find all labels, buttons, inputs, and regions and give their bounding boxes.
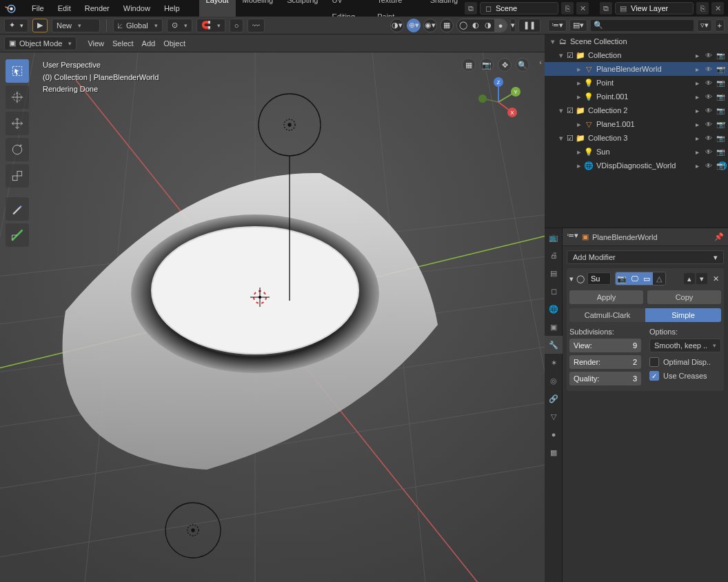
workspace-dropdown[interactable]: New [52, 19, 100, 32]
render-tab-icon[interactable]: 📺 [545, 228, 563, 246]
modemenu-add[interactable]: Add [138, 39, 160, 48]
menu-file[interactable]: File [25, 4, 51, 12]
scene-browse-icon[interactable]: ⧉ [465, 2, 477, 14]
render-toggle-icon[interactable]: 📷 [716, 107, 725, 114]
material-tab-icon[interactable]: ● [545, 425, 563, 443]
twisty-icon[interactable]: ▸ [575, 148, 583, 157]
shading-popover-icon[interactable]: ▾ [510, 19, 516, 32]
collection-enable-checkbox[interactable]: ☑ [565, 51, 575, 60]
hide-toggle-icon[interactable]: 👁 [704, 148, 714, 156]
twisty-icon[interactable]: ▸ [575, 65, 583, 74]
modifier-name-input[interactable] [591, 274, 607, 283]
orientation-dropdown[interactable]: ⟀Global [113, 19, 163, 32]
catmull-clark-option[interactable]: Catmull-Clark [569, 308, 645, 322]
modifier-move-down-icon[interactable]: ▾ [696, 273, 707, 284]
hide-toggle-icon[interactable]: 👁 [704, 121, 714, 128]
wireframe-mode-icon[interactable]: ◯ [457, 19, 469, 32]
selectable-toggle-icon[interactable]: ▸ [692, 52, 702, 59]
constraints-tab-icon[interactable]: 🔗 [545, 390, 563, 408]
hide-toggle-icon[interactable]: 👁 [704, 52, 714, 59]
selectable-toggle-icon[interactable]: ▸ [692, 148, 702, 156]
pause-render-icon[interactable]: ❚❚ [518, 19, 540, 32]
selectable-toggle-icon[interactable]: ▸ [692, 162, 702, 170]
collection-enable-checkbox[interactable]: ☑ [565, 134, 575, 143]
panel-collapse-icon[interactable]: ▾ [569, 274, 574, 283]
menu-render[interactable]: Render [78, 4, 117, 12]
selectable-toggle-icon[interactable]: ▸ [692, 79, 702, 87]
object-tab-icon[interactable]: ▣ [545, 318, 563, 336]
particles-tab-icon[interactable]: ✶ [545, 354, 563, 372]
move-tool-icon[interactable] [6, 112, 29, 135]
outliner-collection[interactable]: ▾☑📁Collection 2▸👁📷 [545, 103, 728, 117]
layer-new-icon[interactable]: ⎘ [696, 2, 709, 14]
uv-smooth-dropdown[interactable]: Smooth, keep .. [649, 339, 721, 352]
render-toggle-icon[interactable]: 📷 [716, 148, 725, 156]
rendered-mode-icon[interactable]: ● [494, 19, 507, 32]
scene-name-field[interactable]: ◻ [480, 2, 558, 14]
outliner-filter-icon[interactable]: ▿▾ [697, 19, 712, 32]
twisty-icon[interactable]: ▸ [575, 161, 583, 170]
axis-gizmo[interactable]: Z Y X [473, 77, 524, 128]
outliner-new-collection-icon[interactable]: + [715, 19, 725, 32]
snap-dropdown[interactable]: 🧲 [196, 19, 225, 32]
twisty-icon[interactable]: ▸ [575, 120, 583, 129]
outliner-collection[interactable]: ▾☑📁Collection▸👁📷 [545, 48, 728, 62]
hide-toggle-icon[interactable]: 👁 [704, 66, 714, 73]
hide-toggle-icon[interactable]: 👁 [704, 79, 714, 87]
hide-toggle-icon[interactable]: 👁 [704, 162, 714, 170]
pivot-dropdown[interactable]: ⊙ [167, 19, 192, 32]
sidebar-toggle-chevron-icon[interactable]: ‹ [539, 58, 542, 66]
render-subdiv-field[interactable]: Render:2 [569, 355, 641, 369]
output-tab-icon[interactable]: 🖨 [545, 246, 563, 264]
quality-field[interactable]: Quality:3 [569, 372, 641, 385]
cursor-tool-icon[interactable]: ▶ [32, 19, 48, 32]
scene-new-icon[interactable]: ⎘ [561, 2, 574, 14]
measure-tool-icon[interactable] [6, 223, 29, 247]
use-creases-checkbox[interactable]: ✓ [649, 371, 659, 381]
mod-realtime-icon[interactable]: 🖵 [628, 272, 640, 285]
optimal-display-checkbox[interactable] [649, 357, 659, 367]
hide-toggle-icon[interactable]: 👁 [704, 134, 714, 142]
pin-icon[interactable]: 📌 [714, 232, 724, 241]
world-tab-icon[interactable]: 🌐 [545, 300, 563, 318]
physics-tab-icon[interactable]: ◎ [545, 372, 563, 390]
pan-view-icon[interactable]: ✥ [498, 58, 512, 72]
outliner-item[interactable]: ▸▽PlaneBlenderWorld▽▸👁📷 [545, 62, 728, 76]
render-toggle-icon[interactable]: 📷 [716, 52, 725, 59]
outliner-collection[interactable]: ▾☑📁Collection 3▸👁📷 [545, 131, 728, 145]
viewlayer-tab-icon[interactable]: ▤ [545, 264, 563, 282]
scene-name-input[interactable] [496, 3, 555, 13]
render-toggle-icon[interactable]: 📷 [716, 121, 725, 128]
viewlayer-name-input[interactable] [631, 3, 690, 13]
render-toggle-icon[interactable]: 📷 [716, 79, 725, 87]
outliner-item[interactable]: ▸💡Point☀▸👁📷 [545, 76, 728, 90]
apply-button[interactable]: Apply [569, 290, 643, 304]
render-toggle-icon[interactable]: 📷 [716, 93, 725, 101]
menu-help[interactable]: Help [157, 4, 187, 12]
matprev-mode-icon[interactable]: ◑ [482, 19, 494, 32]
outliner-item[interactable]: ▸💡Sun☀▸👁📷 [545, 145, 728, 159]
annotate-tool-icon[interactable] [6, 197, 29, 221]
mesh-tab-icon[interactable]: ▽ [545, 408, 563, 425]
3d-viewport[interactable]: User Perspective (0) Collection | PlaneB… [0, 52, 545, 582]
simple-option[interactable]: Simple [645, 308, 721, 322]
view-subdiv-field[interactable]: View:9 [569, 339, 641, 352]
props-editor-type-icon[interactable]: ≔▾ [567, 231, 578, 243]
twisty-icon[interactable]: ▾ [557, 106, 565, 115]
outliner-item[interactable]: ▸🌐VDispDiagnostic_World🌐▸👁📷 [545, 159, 728, 172]
twisty-icon[interactable]: ▾ [557, 134, 565, 143]
modifier-tab-icon[interactable]: 🔧 [545, 336, 563, 354]
solid-mode-icon[interactable]: ◐ [469, 19, 482, 32]
layer-delete-icon[interactable]: ✕ [711, 2, 724, 14]
hide-toggle-icon[interactable]: 👁 [704, 107, 714, 114]
menu-edit[interactable]: Edit [51, 4, 78, 12]
twisty-icon[interactable]: ▸ [575, 79, 583, 88]
outliner-item[interactable]: ▸▽Plane1.001▽▸👁📷 [545, 117, 728, 131]
modemenu-view[interactable]: View [83, 39, 108, 48]
visibility-filter-icon[interactable]: ◑▾ [390, 19, 404, 32]
twisty-icon[interactable]: ▾ [557, 51, 565, 60]
xray-toggle-icon[interactable]: ▦ [440, 19, 454, 32]
overlay-toggle-icon[interactable]: ◉▾ [423, 19, 437, 32]
add-modifier-dropdown[interactable]: Add Modifier▾ [567, 250, 724, 264]
outliner-search-field[interactable]: 🔍 [590, 19, 694, 32]
